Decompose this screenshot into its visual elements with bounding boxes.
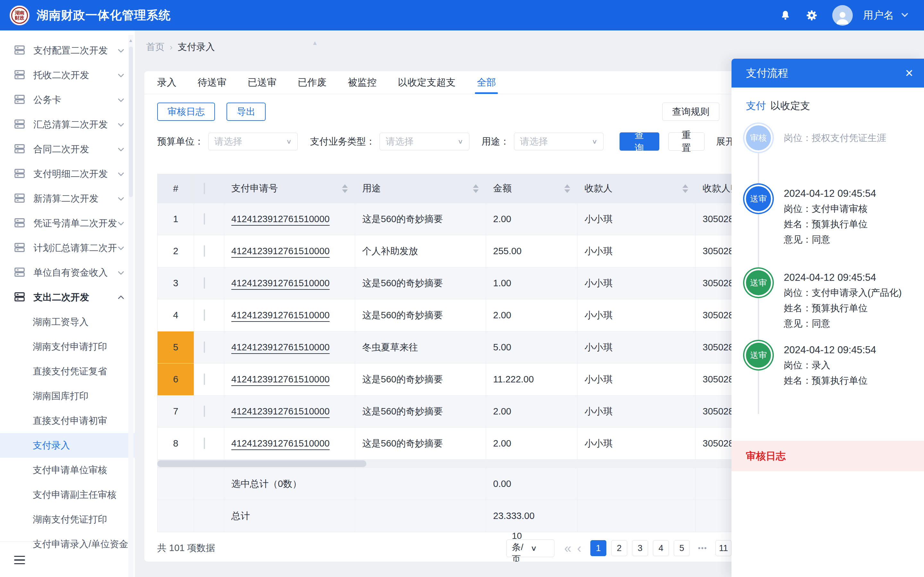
scrollbar-thumb[interactable]: [157, 460, 367, 467]
sidebar-item[interactable]: 单位自有资金收入: [0, 260, 135, 285]
budget-unit-select[interactable]: 请选择 ∨: [208, 133, 298, 150]
scroll-up-icon[interactable]: ▲: [128, 37, 133, 43]
page-button[interactable]: 2: [611, 540, 627, 556]
sidebar-item[interactable]: 托收二次开发: [0, 63, 135, 87]
sidebar-item[interactable]: 合同二次开发: [0, 137, 135, 161]
payee-cell: 小小琪: [577, 396, 696, 428]
pay-id-link[interactable]: 4124123912761510000: [231, 406, 330, 416]
sidebar-item[interactable]: 新清算二次开发: [0, 186, 135, 211]
sidebar-item-expanded[interactable]: 支出二次开发: [0, 285, 135, 309]
pay-id-link[interactable]: 4124123912761510000: [231, 342, 330, 352]
export-button[interactable]: 导出: [226, 103, 266, 121]
sort-icons[interactable]: [342, 184, 348, 193]
settings-gear-icon[interactable]: [806, 10, 817, 21]
amount-cell: 5.00: [486, 332, 577, 364]
tab[interactable]: 录入: [157, 71, 176, 94]
pay-id-link[interactable]: 4124123912761510000: [231, 374, 330, 384]
sidebar-item[interactable]: 凭证号清单二次开发: [0, 211, 135, 235]
page-button[interactable]: •••: [695, 540, 711, 556]
sidebar-divider: [0, 542, 128, 542]
row-checkbox[interactable]: [204, 342, 205, 353]
user-menu-chevron-down-icon[interactable]: [900, 10, 909, 21]
page-button[interactable]: 11: [716, 540, 732, 556]
row-checkbox[interactable]: [204, 406, 205, 417]
summary-selected-label: 选中总计（0数）: [224, 468, 355, 500]
sidebar-sub-item[interactable]: 湖南国库打印: [0, 384, 135, 408]
notifications-bell-icon[interactable]: [780, 10, 791, 21]
search-button[interactable]: 查询: [620, 132, 659, 151]
sidebar-item[interactable]: 汇总清算二次开发: [0, 112, 135, 137]
content-scroll-up-icon[interactable]: ▲: [312, 39, 318, 47]
sidebar-item[interactable]: 支付配置二次开发: [0, 38, 135, 63]
chevron-down-icon: [117, 269, 125, 277]
flow-step-entry: 送审 2024-04-12 09:45:54 岗位：录入 姓名：预算执行单位: [746, 343, 924, 388]
tab[interactable]: 全部: [477, 71, 496, 94]
query-rules-button[interactable]: 查询规则: [662, 103, 719, 121]
sort-icons[interactable]: [473, 184, 479, 193]
sort-icons[interactable]: [564, 184, 570, 193]
flow-type-link[interactable]: 支付: [746, 100, 766, 111]
pay-id-link[interactable]: 4124123912761510000: [231, 278, 330, 288]
breadcrumb-home[interactable]: 首页: [146, 41, 165, 53]
sidebar-sub-item[interactable]: 直接支付凭证复省: [0, 359, 135, 384]
sidebar-item[interactable]: 计划汇总请算二次开发: [0, 235, 135, 260]
sidebar-item[interactable]: 公务卡: [0, 87, 135, 112]
sidebar-sub-item[interactable]: 支付申请副主任审核: [0, 482, 135, 507]
row-checkbox[interactable]: [204, 309, 205, 321]
pay-id-link[interactable]: 4124123912761510000: [231, 214, 330, 224]
flow-subtitle: 以收定支: [771, 100, 810, 111]
audit-log-strip: 审核日志: [732, 441, 924, 471]
pay-id-link[interactable]: 4124123912761510000: [231, 310, 330, 320]
sidebar-sub-item[interactable]: 支付申请录入/单位资金: [0, 532, 135, 556]
page-button[interactable]: 3: [632, 540, 648, 556]
user-avatar[interactable]: [832, 5, 853, 26]
sidebar-sub-item[interactable]: 直接支付申请初审: [0, 408, 135, 433]
tab[interactable]: 已送审: [248, 71, 276, 94]
chevron-down-icon: ∨: [286, 138, 292, 145]
close-icon[interactable]: ×: [905, 66, 913, 80]
sidebar-sub-item[interactable]: 湖南工资导入: [0, 309, 135, 334]
sidebar-sub-item[interactable]: 支付申请单位审核: [0, 458, 135, 482]
sidebar-sub-item[interactable]: 支付录入: [0, 433, 135, 458]
tab[interactable]: 以收定支超支: [398, 71, 456, 94]
select-all-checkbox[interactable]: [204, 183, 205, 194]
table-row: 5 4124123912761510000 冬虫夏草来往 5.00 小小琪 30…: [158, 332, 741, 364]
page-button[interactable]: 5: [674, 540, 690, 556]
pay-id-link[interactable]: 4124123912761510000: [231, 246, 330, 256]
biz-type-select[interactable]: 请选择 ∨: [380, 133, 469, 150]
sidebar-scrollbar[interactable]: ▲: [128, 35, 134, 577]
first-page-button[interactable]: «: [564, 542, 571, 554]
flow-step-pending: 审核 岗位：授权支付凭证生涯: [746, 125, 924, 150]
row-checkbox[interactable]: [204, 374, 205, 385]
summary-total-amount: 23.333.00: [486, 500, 577, 532]
row-index: 8: [158, 428, 194, 460]
row-checkbox[interactable]: [204, 245, 205, 257]
amount-cell: 2.00: [486, 428, 577, 460]
purpose-label: 用途：: [481, 135, 509, 148]
sort-icons[interactable]: [682, 184, 688, 193]
purpose-select[interactable]: 请选择 ∨: [514, 133, 604, 150]
row-checkbox[interactable]: [204, 438, 205, 449]
username-label[interactable]: 用户名: [863, 8, 894, 23]
chevron-down-icon: [117, 47, 125, 55]
sidebar-item[interactable]: 支付明细二次开发: [0, 161, 135, 186]
tab[interactable]: 被监控: [348, 71, 376, 94]
payee-cell: 小小琪: [577, 268, 696, 300]
audit-log-button[interactable]: 审核日志: [157, 103, 215, 121]
row-checkbox[interactable]: [204, 213, 205, 225]
sidebar-sub-item[interactable]: 湖南支付申请打印: [0, 334, 135, 359]
page-size-select[interactable]: 10 条/页 ∨: [506, 540, 554, 557]
tab[interactable]: 已作废: [298, 71, 326, 94]
tab[interactable]: 待送审: [198, 71, 226, 94]
prev-page-button[interactable]: ‹: [577, 542, 582, 554]
table-row: 2 4124123912761510000 个人补助发放 255.00 小小琪 …: [158, 235, 741, 268]
audit-log-link[interactable]: 审核日志: [746, 450, 786, 463]
row-checkbox[interactable]: [204, 277, 205, 289]
page-button[interactable]: 4: [653, 540, 669, 556]
horizontal-scrollbar[interactable]: [157, 460, 741, 468]
pay-id-link[interactable]: 4124123912761510000: [231, 438, 330, 448]
sidebar-collapse-button[interactable]: [14, 556, 25, 567]
reset-button[interactable]: 重置: [668, 132, 704, 151]
sidebar-sub-item[interactable]: 湖南支付凭证打印: [0, 507, 135, 532]
page-button[interactable]: 1: [590, 540, 606, 556]
